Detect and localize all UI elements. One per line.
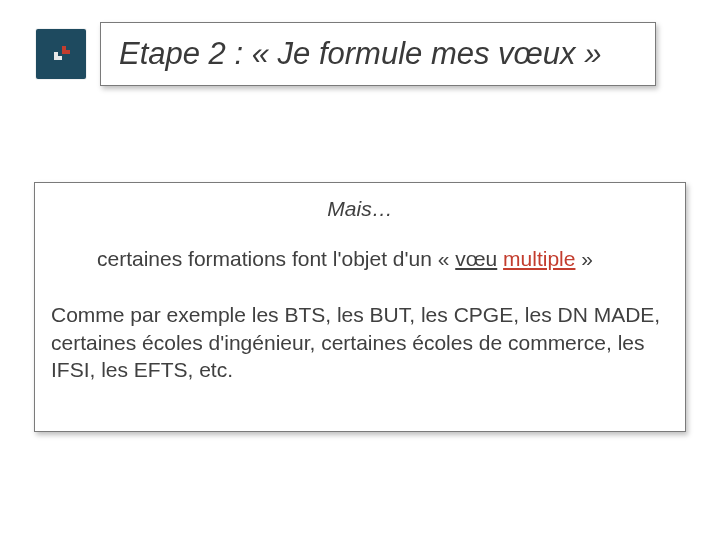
lead-text: Mais… [51,197,669,221]
body-text: Comme par exemple les BTS, les BUT, les … [51,301,669,384]
slide: Etape 2 : « Je formule mes vœux » Mais… … [0,0,720,540]
content-box: Mais… certaines formations font l'objet … [34,182,686,432]
sub-underline-2: multiple [503,247,575,270]
svg-marker-0 [54,52,62,60]
sub-suffix: » [575,247,593,270]
sub-prefix: certaines formations font l'objet d'un « [97,247,455,270]
svg-marker-1 [62,46,70,54]
sub-underline-1: vœu [455,247,497,270]
sub-text: certaines formations font l'objet d'un «… [51,247,669,271]
title-box: Etape 2 : « Je formule mes vœux » [100,22,656,86]
arrows-icon [45,38,77,70]
parcoursup-logo [36,29,86,79]
slide-title: Etape 2 : « Je formule mes vœux » [119,36,601,72]
